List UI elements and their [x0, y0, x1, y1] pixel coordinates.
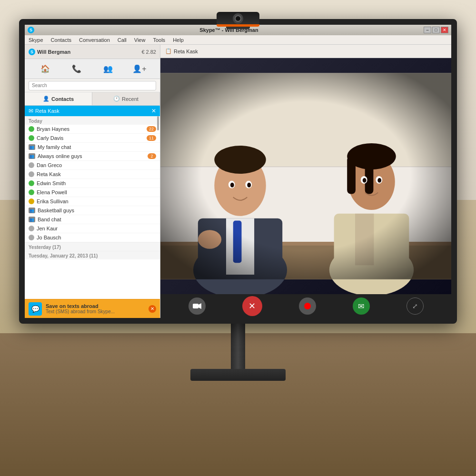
message-button[interactable]: ✉ [353, 298, 370, 315]
contact-name: My family chat [38, 144, 71, 150]
call-controls: ✕ ✉ ⤢ [160, 294, 451, 318]
notification-subtitle: Text (SMS) abroad from Skype... [46, 309, 145, 314]
menu-view[interactable]: View [132, 36, 148, 44]
search-input[interactable] [29, 81, 156, 90]
expand-button[interactable]: ⤢ [407, 298, 424, 315]
svg-rect-28 [193, 304, 198, 308]
menu-tools[interactable]: Tools [151, 36, 167, 44]
contact-name: Jo Bausch [37, 235, 61, 240]
contact-name: Erika Sullivan [37, 198, 69, 204]
list-item[interactable]: 👥 Band chat [25, 215, 160, 224]
contact-name: Jen Kaur [37, 226, 58, 231]
end-call-icon: ✕ [248, 301, 256, 311]
camera-button[interactable] [188, 298, 206, 315]
app-content: S Will Bergman € 2.82 🏠 📞 👥 👤+ [25, 45, 451, 318]
menu-bar: Skype Contacts Conversation Call View To… [25, 35, 451, 45]
deselect-icon[interactable]: ✕ [151, 108, 156, 114]
contact-name: Basketball guys [38, 208, 74, 213]
list-item[interactable]: 👥 Basketball guys [25, 206, 160, 215]
call-contact-info: 📋 Reta Kask [165, 48, 198, 54]
menu-conversation[interactable]: Conversation [77, 36, 112, 44]
call-contact-icon: 📋 [165, 48, 172, 54]
menu-help[interactable]: Help [171, 36, 186, 44]
list-item[interactable]: Carly Davis 11 [25, 134, 160, 143]
tab-contacts[interactable]: 👤 Contacts [25, 92, 92, 105]
notification-bar: 💬 Save on texts abroad Text (SMS) abroad… [25, 299, 160, 318]
group-icon: 👥 [29, 208, 35, 213]
list-item[interactable]: 👥 Always online guys 2 [25, 152, 160, 161]
call-contact-name: Reta Kask [174, 49, 198, 54]
recent-icon: 🕐 [113, 96, 120, 102]
section-today: Today [25, 116, 160, 125]
tab-recent[interactable]: 🕐 Recent [92, 92, 160, 105]
contact-name: Dan Greco [37, 162, 62, 168]
status-indicator [29, 180, 34, 186]
end-call-button[interactable]: ✕ [242, 296, 262, 316]
selected-contact-name: ✉ Reta Kask [29, 108, 60, 114]
status-indicator [29, 162, 34, 168]
webcam [217, 12, 259, 29]
scrollbar[interactable] [157, 116, 159, 130]
group-icon: 👥 [29, 153, 35, 159]
webcam-body [217, 12, 259, 25]
window-controls: – □ ✕ [424, 27, 448, 33]
unread-badge: 11 [147, 135, 156, 141]
status-indicator [29, 198, 34, 204]
list-item[interactable]: Elena Powell [25, 188, 160, 197]
tab-recent-label: Recent [122, 96, 139, 102]
notification-title: Save on texts abroad [46, 303, 145, 309]
contact-left: Edwin Smith [29, 180, 66, 186]
contact-list: ✉ Reta Kask ✕ Today [25, 106, 160, 299]
notification-text: Save on texts abroad Text (SMS) abroad f… [46, 303, 145, 314]
list-item[interactable]: 👥 My family chat [25, 143, 160, 152]
record-icon [304, 303, 311, 309]
contact-left: 👥 Always online guys [29, 153, 82, 159]
status-indicator [29, 135, 34, 141]
add-contact-button[interactable]: 👥 [100, 61, 116, 77]
close-button[interactable]: ✕ [441, 27, 448, 33]
user-credits: € 2.82 [141, 49, 156, 55]
minimize-button[interactable]: – [424, 27, 431, 33]
status-indicator [29, 126, 34, 132]
list-item[interactable]: Jo Bausch [25, 233, 160, 242]
maximize-button[interactable]: □ [432, 27, 440, 33]
selected-contact-label: Reta Kask [35, 108, 60, 114]
webcam-lens-outer [233, 13, 243, 24]
status-indicator [29, 189, 34, 195]
list-item[interactable]: Edwin Smith [25, 179, 160, 188]
contact-left: 👥 Basketball guys [29, 208, 74, 213]
webcam-orange-strip [217, 24, 259, 27]
list-item[interactable]: Dan Greco [25, 161, 160, 170]
contact-left: Elena Powell [29, 189, 67, 195]
group-icon: 👥 [29, 217, 35, 222]
list-item[interactable]: Bryan Haynes 22 [25, 125, 160, 134]
list-item[interactable]: Jen Kaur [25, 224, 160, 233]
record-button[interactable] [299, 298, 316, 315]
expand-icon: ⤢ [412, 302, 418, 310]
contact-name: Elena Powell [37, 189, 67, 195]
add-person-button[interactable]: 👤+ [132, 61, 147, 77]
menu-contacts[interactable]: Contacts [49, 36, 73, 44]
menu-skype[interactable]: Skype [27, 36, 45, 44]
svg-marker-29 [198, 303, 201, 309]
user-header: S Will Bergman € 2.82 [25, 45, 160, 59]
action-buttons: 🏠 📞 👥 👤+ [25, 59, 160, 79]
call-button[interactable]: 📞 [69, 61, 84, 77]
contacts-icon: 👤 [43, 96, 50, 102]
selected-contact-item[interactable]: ✉ Reta Kask ✕ [25, 106, 160, 116]
list-item[interactable]: Erika Sullivan [25, 197, 160, 206]
notification-close-button[interactable]: ✕ [149, 305, 156, 313]
notification-icon: 💬 [29, 302, 42, 316]
section-yesterday: Yesterday (17) [25, 242, 160, 251]
contact-name: Carly Davis [37, 135, 63, 141]
tab-contacts-label: Contacts [51, 96, 74, 102]
status-indicator [29, 171, 34, 177]
menu-call[interactable]: Call [116, 36, 129, 44]
list-item[interactable]: Reta Kask [25, 170, 160, 179]
home-button[interactable]: 🏠 [38, 61, 53, 77]
svg-rect-27 [160, 73, 451, 279]
unread-badge: 2 [148, 153, 156, 159]
section-tuesday: Tuesday, January 22, 2013 (11) [25, 251, 160, 259]
video-area [160, 58, 451, 294]
contact-left: Bryan Haynes [29, 126, 69, 132]
